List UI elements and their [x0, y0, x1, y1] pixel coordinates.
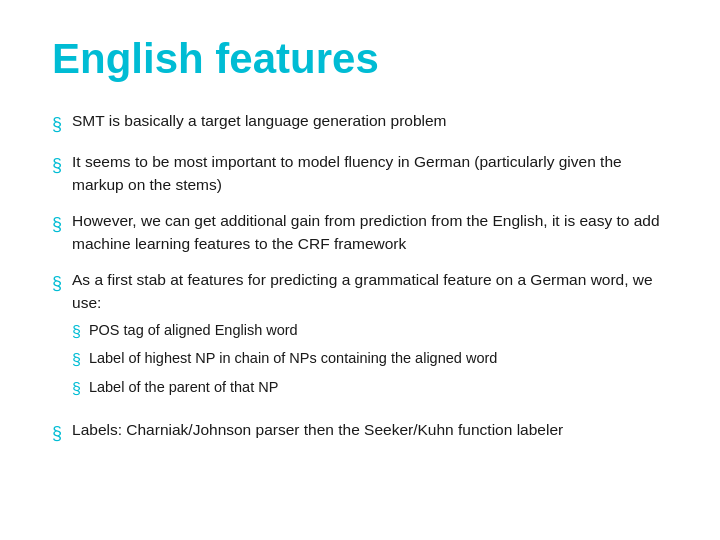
sub-bullet-text: Label of highest NP in chain of NPs cont… — [89, 348, 497, 368]
sub-list-item: § Label of highest NP in chain of NPs co… — [72, 348, 668, 371]
sub-bullet-marker-icon: § — [72, 378, 81, 400]
bullet-text: It seems to be most important to model f… — [72, 151, 668, 196]
bullet-marker-icon: § — [52, 420, 62, 446]
list-item: § As a first stab at features for predic… — [52, 269, 668, 405]
sub-list-item: § POS tag of aligned English word — [72, 320, 668, 343]
sub-bullet-text: Label of the parent of that NP — [89, 377, 278, 397]
list-item: § However, we can get additional gain fr… — [52, 210, 668, 255]
sub-list-item: § Label of the parent of that NP — [72, 377, 668, 400]
list-item: § Labels: Charniak/Johnson parser then t… — [52, 419, 668, 446]
bullet-text: However, we can get additional gain from… — [72, 210, 668, 255]
sub-bullet-list: § POS tag of aligned English word § Labe… — [72, 320, 668, 400]
slide-title: English features — [52, 36, 668, 82]
sub-bullet-text: POS tag of aligned English word — [89, 320, 298, 340]
slide: English features § SMT is basically a ta… — [0, 0, 720, 540]
sub-bullet-marker-icon: § — [72, 321, 81, 343]
bullet-marker-icon: § — [52, 152, 62, 178]
bullet-marker-icon: § — [52, 270, 62, 296]
bullet-marker-icon: § — [52, 211, 62, 237]
bullet-text-with-sub: As a first stab at features for predicti… — [72, 269, 668, 405]
bullet-text: Labels: Charniak/Johnson parser then the… — [72, 419, 668, 441]
list-item: § It seems to be most important to model… — [52, 151, 668, 196]
bullet-list: § SMT is basically a target language gen… — [52, 110, 668, 446]
bullet-marker-icon: § — [52, 111, 62, 137]
sub-bullet-marker-icon: § — [72, 349, 81, 371]
bullet-main-text: As a first stab at features for predicti… — [72, 271, 653, 310]
list-item: § SMT is basically a target language gen… — [52, 110, 668, 137]
bullet-text: SMT is basically a target language gener… — [72, 110, 668, 132]
